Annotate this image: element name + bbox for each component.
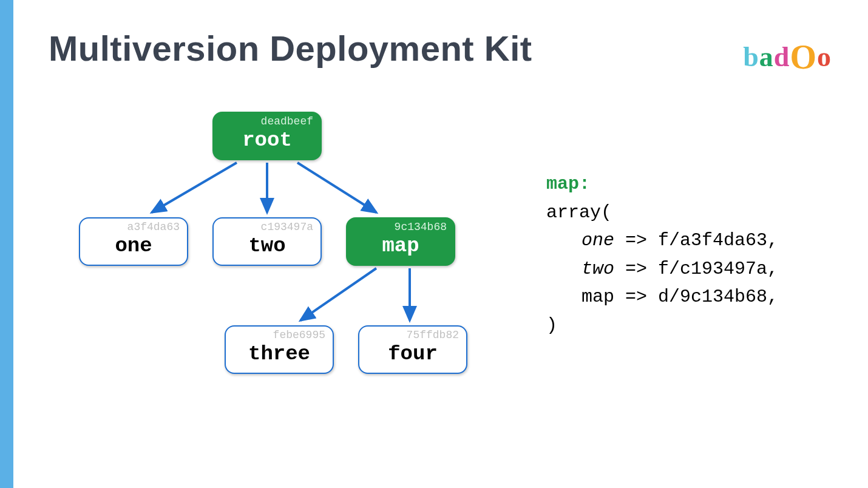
code-line2-key: two <box>581 259 614 279</box>
slide-title: Multiversion Deployment Kit <box>49 28 532 69</box>
node-four-hash: 75ffdb82 <box>407 329 459 341</box>
node-one-label: one <box>80 234 187 257</box>
code-array-open: array( <box>546 198 778 227</box>
node-map-hash: 9c134b68 <box>395 221 447 233</box>
node-two-label: two <box>214 234 320 257</box>
svg-line-3 <box>300 268 376 320</box>
node-map-label: map <box>347 234 454 257</box>
code-line3-val: => d/9c134b68, <box>614 286 778 307</box>
node-root-label: root <box>214 129 320 152</box>
tree-diagram: deadbeef root a3f4da63 one c193497a two … <box>49 103 522 419</box>
node-three: febe6995 three <box>225 325 334 374</box>
node-four: 75ffdb82 four <box>358 325 467 374</box>
code-block: map: array( one => f/a3f4da63, two => f/… <box>546 170 778 339</box>
node-two: c193497a two <box>212 217 322 266</box>
node-three-hash: febe6995 <box>273 329 325 341</box>
logo-letter-o1: O <box>790 38 817 76</box>
node-root: deadbeef root <box>212 112 322 160</box>
node-four-label: four <box>359 342 466 365</box>
code-line1-key: one <box>581 230 614 251</box>
code-line2-val: => f/c193497a, <box>614 259 778 279</box>
logo-letter-o2: o <box>817 41 832 72</box>
node-two-hash: c193497a <box>261 221 313 233</box>
logo-letter-a: a <box>759 41 774 72</box>
logo-letter-d: d <box>774 41 790 72</box>
code-line1-val: => f/a3f4da63, <box>614 230 778 251</box>
node-three-label: three <box>226 342 333 365</box>
code-header: map: <box>546 174 590 194</box>
svg-line-2 <box>297 163 376 212</box>
code-line3-key: map <box>581 286 614 307</box>
node-map: 9c134b68 map <box>346 217 455 266</box>
node-one-hash: a3f4da63 <box>127 221 180 233</box>
badoo-logo: badOo <box>743 35 832 74</box>
code-array-close: ) <box>546 311 778 340</box>
accent-bar <box>0 0 13 488</box>
node-one: a3f4da63 one <box>79 217 188 266</box>
svg-line-0 <box>152 163 237 212</box>
node-root-hash: deadbeef <box>261 115 313 127</box>
logo-letter-b: b <box>743 41 759 72</box>
